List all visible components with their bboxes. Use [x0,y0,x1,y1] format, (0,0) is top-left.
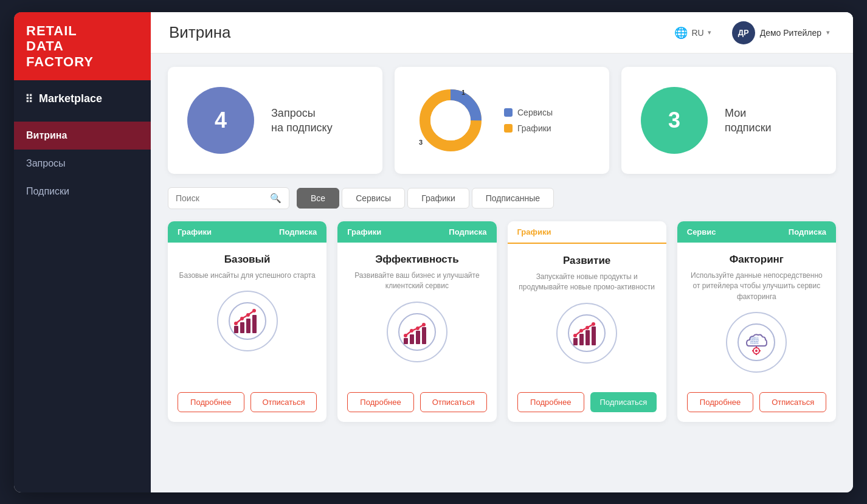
svg-point-2 [430,100,471,140]
requests-label: Запросына подписку [271,106,333,136]
card-desc-factoring: Используйте данные непосредственно от ри… [687,271,826,302]
svg-text:01011: 01011 [750,336,759,340]
sidebar-logo: RETAIL DATA FACTORY [14,12,151,80]
details-button-basic[interactable]: Подробнее [178,392,244,412]
sidebar-item-vitrina[interactable]: Витрина [14,122,151,150]
user-chevron-icon: ▾ [826,29,830,36]
svg-point-31 [592,322,595,326]
card-desc-basic: Базовые инсайты для успешного старта [179,271,316,281]
products-grid: Графики Подписка Базовый Базовые инсайты… [168,221,836,422]
product-card-razvitie: Графики Развитие Запускайте новые продук… [508,221,666,422]
svg-rect-8 [246,319,250,333]
action-button-basic[interactable]: Отписаться [250,392,317,412]
card-category-razvitie: Графики [517,227,551,236]
svg-point-11 [240,317,244,320]
card-sub-efficiency: Подписка [449,227,486,236]
card-category-basic: Графики [178,227,212,236]
card-body-basic: Базовый Базовые инсайты для успешного ст… [168,243,326,392]
subscriptions-card: 3 Моиподписки [621,67,836,174]
svg-rect-16 [410,334,414,344]
svg-rect-24 [573,338,578,345]
product-card-efficiency: Графики Подписка Эффективность Развивайт… [337,221,496,422]
action-button-factoring[interactable]: Отписаться [759,392,826,412]
details-button-factoring[interactable]: Подробнее [687,392,754,412]
card-body-efficiency: Эффективность Развивайте ваш бизнес и ул… [337,243,496,392]
graphs-legend-label: Графики [517,123,551,133]
svg-rect-25 [579,334,584,345]
search-icon: 🔍 [270,193,282,204]
svg-rect-17 [416,331,420,344]
details-button-efficiency[interactable]: Подробнее [347,392,414,412]
svg-point-22 [422,323,426,326]
svg-rect-6 [234,326,238,333]
tab-graphics[interactable]: Графики [407,188,469,209]
chart-icon-efficiency [398,312,437,351]
card-name-razvitie: Развитие [563,255,610,267]
avatar: ДР [732,21,755,44]
services-dot [504,108,513,117]
svg-rect-26 [585,330,590,345]
card-category-efficiency: Графики [347,227,381,236]
cloud-icon-factoring: 01101 10110 01011 [737,323,776,362]
filter-bar: 🔍 Все Сервисы Графики Подписанные [168,187,836,209]
lang-selector[interactable]: 🌐 RU ▾ [668,22,717,43]
card-name-basic: Базовый [224,254,271,266]
card-desc-efficiency: Развивайте ваш бизнес и улучшайте клиент… [347,271,486,292]
card-sub-basic: Подписка [279,227,317,236]
sidebar-nav: Витрина Запросы Подписки [14,122,151,205]
search-box[interactable]: 🔍 [168,187,289,209]
tab-all[interactable]: Все [297,188,339,209]
card-header-razvitie: Графики [508,221,666,244]
svg-point-21 [416,326,420,330]
marketplace-label: Marketplace [39,92,102,105]
user-info[interactable]: ДР Демо Ритейлер ▾ [727,18,835,48]
logo-text: RETAIL DATA FACTORY [26,23,94,69]
svg-rect-18 [422,327,426,344]
card-actions-efficiency: Подробнее Отписаться [337,392,496,422]
chevron-down-icon: ▾ [708,29,711,36]
chart-icon-razvitie [567,314,606,353]
card-icon-efficiency [387,302,447,362]
lang-label: RU [691,28,703,38]
tab-services[interactable]: Сервисы [342,188,405,209]
card-name-factoring: Факторинг [730,254,784,266]
requests-circle: 4 [187,87,254,154]
svg-point-19 [404,334,407,337]
header-right: 🌐 RU ▾ ДР Демо Ритейлер ▾ [668,18,835,48]
card-name-efficiency: Эффективность [375,254,458,266]
sidebar-item-podpiski[interactable]: Подписки [14,178,151,205]
card-icon-factoring: 01101 10110 01011 [726,312,787,373]
product-card-basic: Графики Подписка Базовый Базовые инсайты… [168,221,326,422]
card-desc-razvitie: Запускайте новые продукты и продумывайте… [517,272,657,293]
details-button-razvitie[interactable]: Подробнее [517,392,585,412]
action-button-efficiency[interactable]: Отписаться [420,392,487,412]
legend-graphs: Графики [504,123,553,133]
grid-icon: ⠿ [25,92,33,106]
svg-point-12 [246,313,250,317]
main-content: Витрина 🌐 RU ▾ ДР Демо Ритейлер ▾ [151,12,853,492]
page-title: Витрина [169,23,231,42]
app-frame: RETAIL DATA FACTORY ⠿ Marketplace Витрин… [14,12,853,492]
subscriptions-label: Моиподписки [725,106,772,136]
svg-rect-15 [404,338,408,344]
requests-card: 4 Запросына подписку [168,67,382,174]
card-icon-basic [217,291,278,351]
stats-row: 4 Запросына подписку 1 [168,67,836,174]
tab-subscribed[interactable]: Подписанные [472,188,554,209]
search-input[interactable] [176,193,265,203]
card-category-factoring: Сервис [687,227,716,236]
svg-point-29 [579,329,583,333]
svg-point-20 [410,329,413,333]
card-actions-factoring: Подробнее Отписаться [677,392,836,422]
donut-legend: Сервисы Графики [504,108,553,133]
subscriptions-circle: 3 [641,87,708,154]
sidebar-marketplace[interactable]: ⠿ Marketplace [14,80,151,118]
svg-point-13 [252,309,256,312]
donut-card: 1 3 Сервисы Графики [395,67,609,174]
sidebar-item-zapros[interactable]: Запросы [14,150,151,178]
svg-rect-7 [240,322,244,333]
svg-point-37 [755,350,758,352]
svg-rect-27 [592,326,596,345]
action-button-razvitie[interactable]: Подписаться [590,392,657,412]
filter-tabs: Все Сервисы Графики Подписанные [297,188,554,209]
